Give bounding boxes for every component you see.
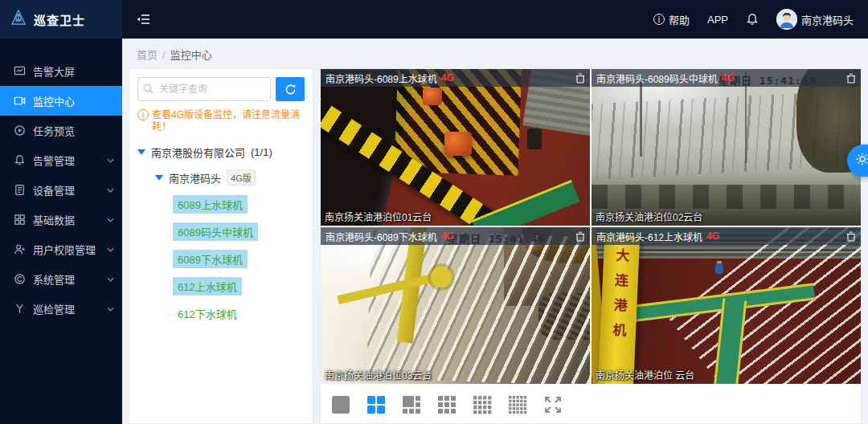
device-manage-icon <box>13 184 26 197</box>
video-cell-1[interactable]: 南京港码头-6089上水球机 4G 南京扬关油港泊位01云台 <box>321 69 590 226</box>
sidebar-item-label: 任务预览 <box>33 123 75 138</box>
traffic-warning-text: 查看4G版设备监控，请注意流量消耗！ <box>152 109 305 133</box>
video-title-bar: 南京港码头-6089下水球机 4G <box>321 227 590 245</box>
sidebar-item-label: 告警大屏 <box>33 63 75 79</box>
sidebar-item-device-manage[interactable]: 设备管理 <box>0 175 122 205</box>
traffic-warning: i 查看4G版设备监控，请注意流量消耗！ <box>137 109 305 133</box>
search-input[interactable] <box>137 77 271 101</box>
alarm-screen-icon <box>13 65 26 78</box>
user-permission-icon <box>13 243 26 256</box>
camera-item[interactable]: 6089码头中球机 <box>173 222 258 241</box>
user-name: 南京港码头 <box>801 12 854 27</box>
video-osd-label: 南京扬关油港泊位 云台 <box>596 368 694 381</box>
video-title: 南京港码头-6089上水球机 <box>326 71 437 85</box>
video-title-bar: 南京港码头-6089码头中球机 4G <box>592 69 861 87</box>
notification-bell-icon[interactable] <box>746 13 759 26</box>
video-4g-badge: 4G <box>441 72 454 84</box>
sidebar-item-label: 告警管理 <box>33 153 75 168</box>
remove-video-icon[interactable] <box>846 73 856 84</box>
help-button[interactable]: i 帮助 <box>653 12 690 27</box>
tree-node-company[interactable]: 南京港股份有限公司 (1/1) <box>137 145 305 160</box>
chevron-down-icon <box>107 307 114 312</box>
company-count: (1/1) <box>251 146 272 158</box>
sidebar-item-label: 巡检管理 <box>33 301 75 316</box>
chevron-down-icon <box>107 277 114 282</box>
sidebar-item-monitor-center[interactable]: 监控中心 <box>0 86 122 116</box>
video-4g-badge: 4G <box>722 72 735 84</box>
search-icon <box>143 83 154 97</box>
alarm-bell-icon <box>13 154 26 167</box>
layout-25-button[interactable] <box>504 391 531 418</box>
tree-node-dock[interactable]: 南京港码头 4G版 <box>155 169 305 186</box>
video-wall-panel: 南京港码头-6089上水球机 4G 南京扬关油港泊位01云台 南京港码头-608… <box>320 68 862 424</box>
layout-toolbar <box>321 384 861 424</box>
refresh-button[interactable] <box>276 77 305 101</box>
layout-4-button[interactable] <box>362 391 390 418</box>
remove-video-icon[interactable] <box>575 73 585 84</box>
caret-down-icon[interactable] <box>137 149 145 155</box>
top-header: i 帮助 APP 南京港码头 <box>122 0 868 39</box>
video-feed <box>592 69 861 226</box>
layout-9-button[interactable] <box>433 391 461 418</box>
video-title-bar: 南京港码头-612上水球机 4G <box>592 227 861 245</box>
video-feed: 大连港机 <box>592 227 861 384</box>
remove-video-icon[interactable] <box>575 231 585 242</box>
dock-name: 南京港码头 <box>169 170 221 186</box>
breadcrumb-current: 监控中心 <box>170 49 212 61</box>
video-osd-label: 南京扬关油港泊位01云台 <box>325 210 432 223</box>
sidebar-item-base-data[interactable]: 基础数据 <box>0 205 122 234</box>
chevron-down-icon <box>107 218 114 222</box>
chevron-down-icon <box>107 188 114 193</box>
video-cell-4[interactable]: 大连港机 南京港码头-612上水球机 4G 南京扬关油港泊位 云台 <box>592 227 861 384</box>
video-osd-label: 南京扬关油港泊位02云台 <box>596 210 702 223</box>
camera-item[interactable]: 612下水球机 <box>173 304 242 323</box>
video-osd-label: 南京扬关油港泊位03云台 <box>325 368 432 381</box>
patrol-manage-icon <box>13 303 26 316</box>
sidebar: 巡查卫士 告警大屏 监控中心 任务预览 告警管理 设备管理 基础数据 <box>0 0 122 424</box>
camera-item[interactable]: 6089上水球机 <box>173 195 248 214</box>
camera-item[interactable]: 612上水球机 <box>173 277 242 296</box>
app-logo-icon <box>10 9 27 30</box>
monitor-center-icon <box>13 95 26 108</box>
user-menu[interactable]: 南京港码头 <box>776 9 854 30</box>
chevron-down-icon <box>107 158 114 163</box>
layout-16-button[interactable] <box>469 391 496 418</box>
fullscreen-button[interactable] <box>539 391 567 418</box>
breadcrumb: 首页/监控中心 <box>137 47 212 62</box>
video-feed <box>321 69 590 226</box>
video-4g-badge: 4G <box>706 230 719 242</box>
gear-icon <box>855 152 868 169</box>
breadcrumb-separator: / <box>162 49 166 61</box>
app-label: APP <box>707 14 728 26</box>
sidebar-item-task-preview[interactable]: 任务预览 <box>0 116 122 145</box>
video-cell-2[interactable]: 南京港码头-6089码头中球机 4G 星期日 15:41:23 南京扬关油港泊位… <box>592 69 861 226</box>
app-download-button[interactable]: APP <box>707 14 728 26</box>
dock-4g-badge: 4G版 <box>227 169 256 186</box>
sidebar-item-label: 基础数据 <box>33 212 75 227</box>
video-title: 南京港码头-612上水球机 <box>596 230 702 243</box>
sidebar-item-patrol-manage[interactable]: 巡检管理 <box>0 294 122 324</box>
collapse-sidebar-icon[interactable] <box>137 13 151 26</box>
camera-item[interactable]: 6089下水球机 <box>173 250 248 268</box>
remove-video-icon[interactable] <box>846 231 856 242</box>
layout-6-button[interactable] <box>398 391 425 418</box>
layout-1-button[interactable] <box>327 391 354 418</box>
company-name: 南京港股份有限公司 <box>151 145 245 160</box>
video-cell-3[interactable]: 南京港码头-6089下水球机 4G 星期日 15:41:46 南京扬关油港泊位0… <box>321 227 590 384</box>
device-tree: 南京港股份有限公司 (1/1) 南京港码头 4G版 6089上水球机 6089码… <box>137 145 305 323</box>
chevron-down-icon <box>107 247 114 252</box>
crane-text: 大连港机 <box>605 247 632 384</box>
avatar <box>776 9 797 30</box>
sidebar-item-alarm-screen[interactable]: 告警大屏 <box>0 56 122 86</box>
sidebar-item-system-manage[interactable]: 系统管理 <box>0 264 122 294</box>
device-tree-panel: i 查看4G版设备监控，请注意流量消耗！ 南京港股份有限公司 (1/1) 南京港… <box>129 68 313 424</box>
warning-info-icon: i <box>137 109 149 120</box>
breadcrumb-home[interactable]: 首页 <box>137 49 158 61</box>
caret-down-icon[interactable] <box>155 175 163 181</box>
sidebar-item-label: 监控中心 <box>33 93 75 108</box>
app-logo[interactable]: 巡查卫士 <box>0 0 122 39</box>
video-feed <box>321 227 590 384</box>
sidebar-item-user-permission[interactable]: 用户权限管理 <box>0 234 122 264</box>
sidebar-item-alarm-manage[interactable]: 告警管理 <box>0 145 122 175</box>
sidebar-item-label: 系统管理 <box>33 271 75 287</box>
